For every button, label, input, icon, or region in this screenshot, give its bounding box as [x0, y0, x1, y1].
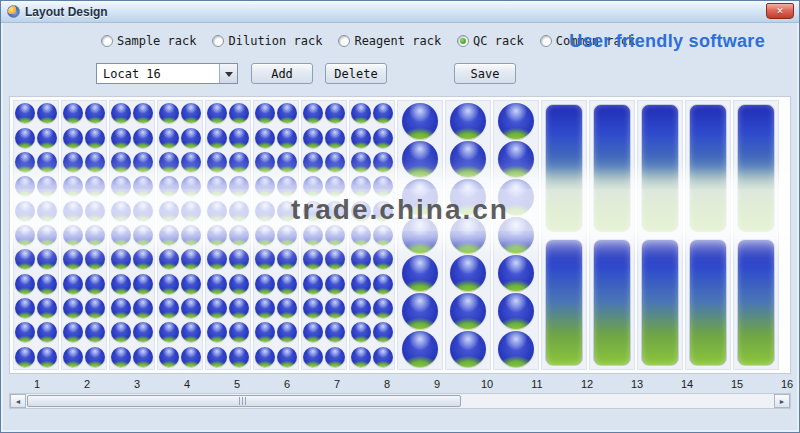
- small-well[interactable]: [111, 225, 131, 245]
- small-well[interactable]: [255, 128, 275, 148]
- small-well[interactable]: [111, 103, 131, 123]
- rack-column-4[interactable]: [157, 100, 203, 370]
- rack-column-3[interactable]: [109, 100, 155, 370]
- small-well[interactable]: [373, 298, 393, 318]
- small-well[interactable]: [111, 347, 131, 367]
- small-well[interactable]: [229, 176, 249, 196]
- small-well[interactable]: [63, 128, 83, 148]
- rack-column-11[interactable]: [493, 100, 539, 370]
- small-well[interactable]: [15, 128, 35, 148]
- radio-qc-rack[interactable]: QC rack: [457, 34, 524, 48]
- small-well[interactable]: [63, 298, 83, 318]
- small-well[interactable]: [373, 249, 393, 269]
- small-well[interactable]: [85, 274, 105, 294]
- small-well[interactable]: [207, 225, 227, 245]
- small-well[interactable]: [133, 103, 153, 123]
- small-well[interactable]: [255, 176, 275, 196]
- small-well[interactable]: [229, 103, 249, 123]
- small-well[interactable]: [303, 347, 323, 367]
- small-well[interactable]: [373, 274, 393, 294]
- small-well[interactable]: [303, 274, 323, 294]
- small-well[interactable]: [15, 225, 35, 245]
- small-well[interactable]: [229, 201, 249, 221]
- small-well[interactable]: [133, 176, 153, 196]
- small-well[interactable]: [255, 298, 275, 318]
- small-well[interactable]: [229, 322, 249, 342]
- small-well[interactable]: [111, 128, 131, 148]
- small-well[interactable]: [37, 298, 57, 318]
- small-well[interactable]: [133, 274, 153, 294]
- small-well[interactable]: [229, 298, 249, 318]
- small-well[interactable]: [63, 201, 83, 221]
- large-well[interactable]: [402, 103, 438, 139]
- small-well[interactable]: [277, 274, 297, 294]
- large-well[interactable]: [450, 331, 486, 367]
- small-well[interactable]: [63, 225, 83, 245]
- small-well[interactable]: [255, 225, 275, 245]
- small-well[interactable]: [159, 249, 179, 269]
- small-well[interactable]: [181, 152, 201, 172]
- small-well[interactable]: [181, 201, 201, 221]
- small-well[interactable]: [15, 347, 35, 367]
- small-well[interactable]: [277, 347, 297, 367]
- small-well[interactable]: [277, 176, 297, 196]
- small-well[interactable]: [159, 274, 179, 294]
- small-well[interactable]: [277, 249, 297, 269]
- large-well[interactable]: [450, 217, 486, 253]
- small-well[interactable]: [351, 322, 371, 342]
- small-well[interactable]: [255, 103, 275, 123]
- small-well[interactable]: [207, 176, 227, 196]
- small-well[interactable]: [37, 176, 57, 196]
- small-well[interactable]: [85, 201, 105, 221]
- small-well[interactable]: [63, 176, 83, 196]
- small-well[interactable]: [351, 249, 371, 269]
- small-well[interactable]: [181, 103, 201, 123]
- small-well[interactable]: [255, 322, 275, 342]
- small-well[interactable]: [133, 128, 153, 148]
- small-well[interactable]: [255, 274, 275, 294]
- strip-segment[interactable]: [737, 104, 775, 232]
- small-well[interactable]: [181, 249, 201, 269]
- small-well[interactable]: [37, 249, 57, 269]
- strip-segment[interactable]: [545, 104, 583, 232]
- small-well[interactable]: [85, 103, 105, 123]
- small-well[interactable]: [325, 322, 345, 342]
- small-well[interactable]: [15, 249, 35, 269]
- small-well[interactable]: [277, 152, 297, 172]
- large-well[interactable]: [402, 179, 438, 215]
- small-well[interactable]: [15, 322, 35, 342]
- small-well[interactable]: [159, 298, 179, 318]
- strip-segment[interactable]: [593, 239, 631, 367]
- small-well[interactable]: [63, 103, 83, 123]
- small-well[interactable]: [373, 152, 393, 172]
- small-well[interactable]: [325, 176, 345, 196]
- strip-segment[interactable]: [545, 239, 583, 367]
- small-well[interactable]: [85, 152, 105, 172]
- small-well[interactable]: [351, 225, 371, 245]
- small-well[interactable]: [85, 176, 105, 196]
- small-well[interactable]: [63, 347, 83, 367]
- small-well[interactable]: [159, 322, 179, 342]
- small-well[interactable]: [229, 274, 249, 294]
- delete-button[interactable]: Delete: [325, 63, 387, 84]
- small-well[interactable]: [277, 201, 297, 221]
- large-well[interactable]: [402, 293, 438, 329]
- small-well[interactable]: [181, 322, 201, 342]
- add-button[interactable]: Add: [251, 63, 313, 84]
- large-well[interactable]: [498, 103, 534, 139]
- strip-segment[interactable]: [689, 104, 727, 232]
- radio-sample-rack[interactable]: Sample rack: [101, 34, 196, 48]
- small-well[interactable]: [181, 128, 201, 148]
- small-well[interactable]: [133, 249, 153, 269]
- small-well[interactable]: [325, 249, 345, 269]
- large-well[interactable]: [498, 217, 534, 253]
- combo-dropdown-button[interactable]: [219, 64, 237, 83]
- small-well[interactable]: [373, 103, 393, 123]
- horizontal-scrollbar[interactable]: ◄ ►: [9, 393, 791, 409]
- save-button[interactable]: Save: [454, 63, 516, 84]
- large-well[interactable]: [450, 255, 486, 291]
- small-well[interactable]: [207, 152, 227, 172]
- large-well[interactable]: [450, 179, 486, 215]
- small-well[interactable]: [111, 298, 131, 318]
- small-well[interactable]: [63, 322, 83, 342]
